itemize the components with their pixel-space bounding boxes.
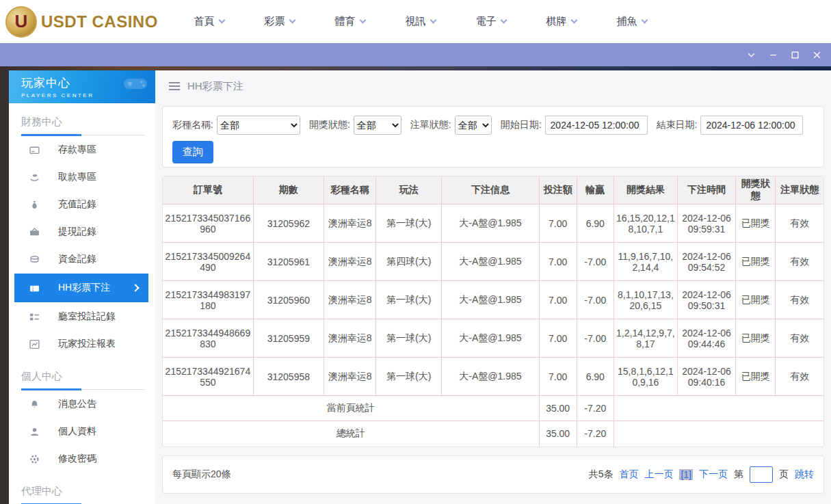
query-button[interactable]: 查詢: [172, 141, 213, 163]
cell-bet-info: 大-A盤@1.985: [442, 319, 539, 358]
window-minimize-icon[interactable]: [764, 47, 782, 63]
page-size-text: 每頁顯示20條: [172, 468, 231, 481]
cell-bet-amount: 7.00: [539, 243, 577, 281]
cell-lottery-name: 澳洲幸运8: [324, 243, 375, 281]
nav-item-home[interactable]: 首頁: [174, 15, 244, 28]
money-bag-icon: [29, 199, 40, 210]
col-bet-amount: 投注額: [539, 176, 577, 204]
col-order-status: 注單狀態: [776, 176, 823, 204]
draw-status-label: 開獎狀態:: [309, 119, 350, 131]
cell-bet-amount: 7.00: [539, 204, 577, 243]
cell-draw-status: 已開獎: [736, 243, 776, 281]
logo[interactable]: U USDT CASINO: [5, 6, 168, 38]
sidebar-item-funds-record[interactable]: 資金記錄: [9, 246, 155, 273]
cell-draw-status: 已開獎: [736, 204, 776, 243]
start-date-label: 開始日期:: [501, 119, 542, 131]
cell-order-no: 2152173344948669830: [163, 319, 253, 358]
gear-icon: [29, 453, 40, 464]
cell-bet-info: 大-A盤@1.985: [442, 281, 539, 319]
sidebar-item-announcements[interactable]: 消息公告: [9, 390, 155, 418]
summary-bet-total: 35.00: [539, 421, 577, 447]
cell-bet-time: 2024-12-06 09:50:31: [678, 281, 736, 319]
chevron-down-icon: [641, 17, 648, 24]
sidebar-item-deposit[interactable]: 存款專區: [9, 136, 155, 163]
nav-item-live[interactable]: 視訊: [385, 15, 456, 28]
bell-icon: [29, 399, 40, 410]
lottery-name-select[interactable]: 全部: [217, 116, 300, 135]
logo-coin-icon: U: [5, 6, 37, 38]
chevron-down-icon: [359, 17, 366, 24]
prev-page-link[interactable]: 上一页: [644, 468, 673, 481]
cell-draw-result: 11,9,16,7,10,2,14,4: [614, 243, 677, 281]
cell-draw-status: 已開獎: [736, 358, 776, 396]
nav-item-slots[interactable]: 電子: [456, 15, 526, 28]
cell-bet-amount: 7.00: [539, 281, 577, 319]
cell-bet-info: 大-A盤@1.985: [442, 243, 539, 281]
cell-win-loss: -7.00: [577, 319, 614, 358]
col-play-type: 玩法: [376, 176, 442, 204]
nav-item-lottery[interactable]: 彩票: [244, 15, 315, 28]
user-icon: [29, 426, 40, 437]
col-bet-info: 下注信息: [442, 176, 539, 204]
gamepad-icon: [122, 75, 150, 92]
start-date-input[interactable]: [545, 116, 648, 135]
sidebar-item-hh-lottery-bets[interactable]: HH彩票下注: [14, 274, 148, 302]
chevron-right-icon: [131, 284, 139, 291]
chevron-down-icon: [289, 17, 295, 24]
cell-lottery-name: 澳洲幸运8: [324, 204, 375, 243]
page-summary-row: 當前頁統計 35.00 -7.20: [163, 396, 823, 421]
lottery-name-label: 彩種名稱:: [172, 119, 213, 131]
table-row: 2152173345009264490 31205961 澳洲幸运8 第四球(大…: [163, 243, 823, 281]
section-title: 財務中心: [21, 116, 144, 133]
cell-play-type: 第一球(大): [376, 281, 442, 319]
sidebar-item-hall-bet-record[interactable]: 廳室投註記錄: [9, 303, 155, 330]
end-date-label: 結束日期:: [657, 119, 698, 131]
col-draw-result: 開獎結果: [614, 176, 677, 204]
draw-status-select[interactable]: 全部: [354, 116, 401, 135]
first-page-link[interactable]: 首页: [619, 468, 638, 481]
sidebar-item-label: HH彩票下注: [58, 282, 110, 294]
withdraw-hand-icon: [29, 172, 40, 183]
table-row: 2152173345037166960 31205962 澳洲幸运8 第一球(大…: [163, 204, 823, 243]
cell-period: 31205959: [253, 319, 324, 358]
end-date-input[interactable]: [700, 116, 803, 135]
cell-play-type: 第四球(大): [376, 243, 442, 281]
app-background: 玩家中心 PLAYERS CENTER 財務中心 存款專區: [0, 66, 831, 504]
jump-button[interactable]: 跳转: [795, 468, 814, 481]
sidebar-item-player-bet-report[interactable]: 玩家投注報表: [9, 330, 155, 358]
window-maximize-icon[interactable]: [786, 47, 804, 63]
sidebar-item-withdraw-record[interactable]: 提現記錄: [9, 218, 155, 246]
window-close-icon[interactable]: [808, 47, 826, 63]
nav-item-sports[interactable]: 體育: [315, 15, 385, 28]
window-dropdown-icon[interactable]: [742, 47, 760, 63]
current-page-indicator[interactable]: [1]: [679, 469, 693, 480]
sidebar-item-profile[interactable]: 個人資料: [9, 418, 155, 445]
order-status-select[interactable]: 全部: [455, 116, 492, 135]
total-count-text: 共5条: [589, 468, 614, 481]
table-row: 2152173344921674550 31205958 澳洲幸运8 第一球(大…: [163, 358, 823, 396]
sidebar-item-withdraw[interactable]: 取款專區: [9, 163, 155, 191]
filter-panel: 彩種名稱: 全部 開獎狀態: 全部 注單狀態: 全部 開始日期:: [162, 106, 824, 168]
col-order-no: 訂單號: [163, 176, 253, 204]
jump-prefix-label: 第: [734, 468, 743, 481]
sidebar-item-label: 廳室投註記錄: [58, 310, 116, 323]
banknote-icon: [29, 226, 40, 237]
table-row: 2152173344948669830 31205959 澳洲幸运8 第一球(大…: [163, 319, 823, 358]
cell-bet-info: 大-A盤@1.985: [442, 204, 539, 243]
sidebar-item-label: 個人資料: [58, 425, 96, 438]
nav-item-cards[interactable]: 棋牌: [526, 15, 596, 28]
nav-item-fishing[interactable]: 捕魚: [596, 15, 667, 28]
page-jump-input[interactable]: [750, 466, 773, 483]
sidebar-item-change-password[interactable]: 修改密碼: [9, 445, 155, 473]
col-draw-status: 開獎狀態: [736, 176, 776, 204]
menu-toggle-icon[interactable]: [169, 82, 180, 90]
cell-draw-status: 已開獎: [736, 319, 776, 358]
next-page-link[interactable]: 下一页: [699, 468, 728, 481]
sidebar-item-recharge-record[interactable]: 充值記錄: [9, 191, 155, 218]
coins-icon: [29, 254, 40, 265]
section-agent-center: 代理中心: [9, 473, 155, 504]
cell-lottery-name: 澳洲幸运8: [324, 281, 375, 319]
report-chart-icon: [29, 339, 40, 349]
cell-win-loss: -7.00: [577, 243, 614, 281]
grand-summary-row: 總統計 35.00 -7.20: [163, 421, 823, 447]
